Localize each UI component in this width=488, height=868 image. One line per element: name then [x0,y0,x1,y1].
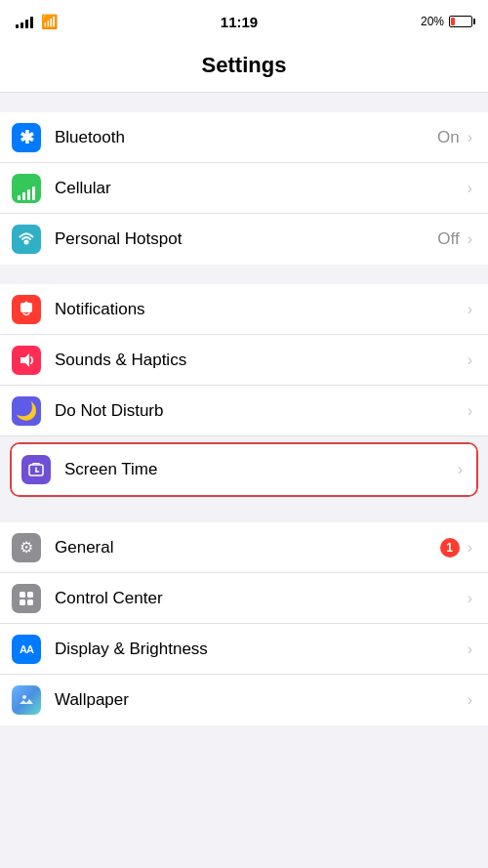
screentime-svg [26,460,46,479]
display-label: Display & Brightness [55,640,466,659]
signal-bar-1 [16,24,19,28]
chevron-icon: › [468,129,472,146]
controlcenter-svg [17,589,36,608]
svg-rect-7 [20,592,25,598]
svg-marker-3 [20,353,29,367]
status-left: 📶 [16,14,58,29]
bluetooth-value: On [437,128,460,147]
chevron-icon: › [458,461,463,478]
general-label: General [55,538,440,558]
sounds-label: Sounds & Haptics [55,351,466,370]
wallpaper-icon [12,685,41,715]
hotspot-svg [17,229,36,249]
hotspot-value: Off [437,229,459,249]
chevron-icon: › [468,539,472,557]
bluetooth-icon: ✱ [12,123,41,152]
chevron-icon: › [468,402,472,420]
page-header: Settings [0,43,488,93]
section-notifications: Notifications › Sounds & Haptics › 🌙 Do … [0,284,488,503]
row-cellular[interactable]: Cellular › [0,163,488,214]
row-personal-hotspot[interactable]: Personal Hotspot Off › [0,214,488,265]
status-time: 11:19 [221,14,258,30]
row-display[interactable]: AA Display & Brightness › [0,624,488,675]
controlcenter-icon [12,584,41,613]
battery-box [449,16,472,27]
wallpaper-label: Wallpaper [55,690,466,710]
svg-rect-8 [27,592,33,598]
screen-time-inner: Screen Time › [12,444,476,495]
chevron-icon: › [468,691,472,709]
svg-rect-9 [20,599,25,605]
svg-point-0 [24,240,29,245]
screentime-label: Screen Time [64,460,456,479]
chevron-icon: › [468,590,472,607]
cellular-icon [12,174,41,203]
signal-bar-3 [25,20,28,28]
connectivity-list: ✱ Bluetooth On › Cellular › [0,112,488,265]
section-system: ⚙ General 1 › Control Center › AA Displa… [0,522,488,725]
donotdisturb-label: Do Not Disturb [55,401,466,421]
chevron-icon: › [468,641,472,658]
cellular-label: Cellular [55,179,460,198]
battery-percent: 20% [421,15,444,28]
section-connectivity: ✱ Bluetooth On › Cellular › [0,112,488,265]
screentime-icon [21,455,51,484]
row-notifications[interactable]: Notifications › [0,284,488,335]
hotspot-label: Personal Hotspot [55,229,437,249]
display-icon: AA [12,635,41,664]
sounds-svg [17,351,36,370]
svg-rect-10 [27,599,33,605]
signal-bars [16,15,33,28]
chevron-icon: › [468,301,472,318]
signal-bar-4 [30,17,33,28]
row-wallpaper[interactable]: Wallpaper › [0,675,488,725]
row-general[interactable]: ⚙ General 1 › [0,522,488,573]
chevron-icon: › [468,180,472,197]
donotdisturb-icon: 🌙 [12,396,41,426]
row-control-center[interactable]: Control Center › [0,573,488,624]
row-sounds-haptics[interactable]: Sounds & Haptics › [0,335,488,386]
screen-time-wrapper: Screen Time › [0,436,488,503]
notifications-list: Notifications › Sounds & Haptics › 🌙 Do … [0,284,488,503]
wallpaper-svg [17,690,36,710]
status-right: 20% [421,15,472,28]
svg-point-11 [22,695,26,699]
chevron-icon: › [468,230,472,248]
bluetooth-label: Bluetooth [55,128,437,147]
system-list: ⚙ General 1 › Control Center › AA Displa… [0,522,488,725]
row-bluetooth[interactable]: ✱ Bluetooth On › [0,112,488,163]
hotspot-icon [12,225,41,254]
battery-fill [451,18,455,25]
notifications-svg [17,300,36,319]
signal-bar-2 [20,22,23,28]
wifi-icon: 📶 [41,14,58,29]
row-do-not-disturb[interactable]: 🌙 Do Not Disturb › [0,386,488,436]
svg-point-2 [25,301,28,304]
battery-indicator [449,16,472,27]
row-screen-time[interactable]: Screen Time › [10,442,478,497]
notifications-label: Notifications [55,300,466,319]
chevron-icon: › [468,351,472,369]
status-bar: 📶 11:19 20% [0,0,488,43]
controlcenter-label: Control Center [55,589,466,608]
page-title: Settings [16,53,472,78]
notifications-icon [12,295,41,324]
general-icon: ⚙ [12,533,41,562]
sounds-icon [12,346,41,375]
general-badge: 1 [440,538,460,558]
